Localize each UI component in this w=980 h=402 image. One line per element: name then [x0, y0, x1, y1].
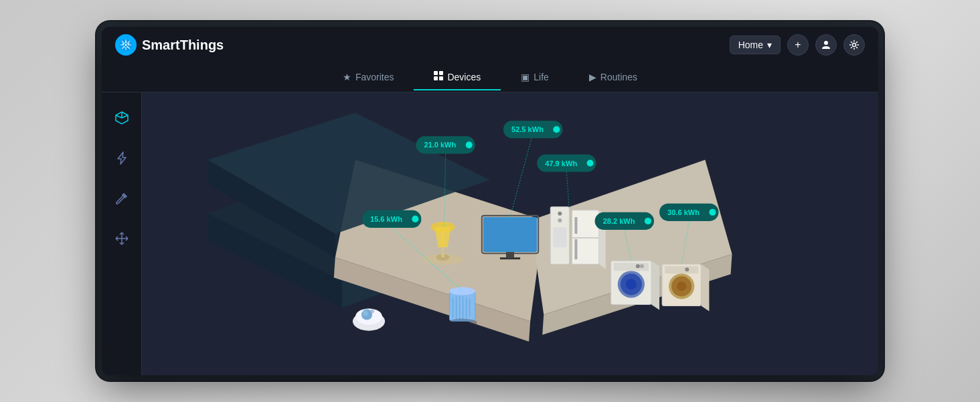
main-content: 21.0 kWh 52.5 kWh 47.9 kWh	[102, 92, 878, 375]
location-dropdown[interactable]: Home ▾	[730, 36, 781, 54]
svg-point-34	[558, 212, 562, 216]
svg-point-71	[677, 281, 686, 291]
tab-routines[interactable]: ▶ Routines	[569, 65, 657, 90]
bolt-icon	[114, 151, 129, 165]
sidebar-edit[interactable]	[110, 186, 134, 210]
svg-marker-66	[651, 261, 659, 310]
svg-point-85	[587, 159, 594, 166]
svg-rect-36	[553, 227, 566, 247]
svg-point-64	[636, 264, 640, 268]
person-icon	[821, 40, 831, 50]
svg-marker-74	[701, 264, 709, 311]
svg-point-7	[824, 41, 828, 45]
svg-point-57	[448, 319, 477, 327]
svg-text:47.9 kWh: 47.9 kWh	[545, 159, 577, 168]
logo-area: SmartThings	[115, 34, 730, 56]
svg-text:30.6 kWh: 30.6 kWh	[667, 208, 700, 216]
cube-icon	[114, 111, 129, 125]
svg-rect-40	[574, 217, 577, 234]
move-icon	[114, 231, 129, 246]
3d-scene-svg: 21.0 kWh 52.5 kWh 47.9 kWh	[142, 92, 878, 375]
svg-point-93	[645, 218, 651, 224]
svg-rect-9	[434, 71, 438, 75]
add-button[interactable]: +	[787, 34, 809, 56]
sidebar-energy[interactable]	[110, 146, 134, 170]
svg-text:52.5 kWh: 52.5 kWh	[511, 125, 544, 133]
sidebar-3d-view[interactable]	[110, 106, 134, 130]
tab-routines-label: Routines	[600, 72, 637, 82]
sidebar-move[interactable]	[110, 226, 134, 251]
scene-area: 21.0 kWh 52.5 kWh 47.9 kWh	[142, 92, 878, 375]
svg-text:21.0 kWh: 21.0 kWh	[424, 141, 456, 149]
svg-point-65	[640, 264, 644, 268]
header-controls: Home ▾ +	[730, 34, 865, 56]
svg-rect-28	[483, 217, 537, 252]
svg-point-47	[370, 310, 374, 314]
devices-icon	[434, 71, 443, 82]
svg-point-8	[853, 44, 856, 47]
svg-point-77	[466, 141, 473, 148]
svg-rect-12	[439, 76, 443, 80]
tv-frame: SmartThings Home ▾ +	[102, 27, 878, 375]
svg-text:28.2 kWh: 28.2 kWh	[603, 217, 635, 225]
tab-devices-label: Devices	[447, 72, 481, 82]
tab-devices[interactable]: Devices	[414, 64, 501, 90]
routines-icon: ▶	[589, 72, 596, 82]
app-title: SmartThings	[142, 38, 224, 53]
dropdown-arrow-icon: ▾	[767, 40, 772, 50]
tab-favorites[interactable]: ★ Favorites	[323, 65, 414, 90]
svg-point-6	[125, 44, 127, 46]
svg-point-73	[685, 267, 689, 271]
svg-point-97	[709, 209, 716, 216]
header: SmartThings Home ▾ +	[102, 27, 878, 63]
settings-button[interactable]	[843, 34, 865, 56]
location-label: Home	[738, 40, 763, 50]
left-sidebar	[102, 92, 142, 375]
tab-favorites-label: Favorites	[355, 72, 394, 82]
svg-point-62	[626, 279, 637, 289]
svg-rect-72	[665, 266, 698, 273]
add-icon: +	[795, 39, 801, 51]
svg-rect-10	[439, 71, 443, 75]
tab-life[interactable]: ▣ Life	[501, 65, 569, 90]
svg-rect-39	[572, 237, 598, 239]
svg-rect-30	[506, 252, 514, 257]
life-icon: ▣	[521, 72, 529, 82]
smartthings-logo-icon	[115, 34, 137, 56]
svg-rect-11	[434, 76, 438, 80]
svg-point-46	[363, 311, 368, 316]
favorites-icon: ★	[343, 72, 351, 82]
svg-point-81	[553, 126, 560, 133]
gear-icon	[849, 40, 860, 50]
svg-rect-41	[574, 239, 577, 259]
svg-rect-48	[450, 291, 475, 321]
svg-point-27	[422, 254, 463, 265]
svg-text:15.6 kWh: 15.6 kWh	[370, 215, 402, 223]
edit-icon	[114, 191, 129, 206]
svg-point-35	[558, 218, 562, 222]
profile-button[interactable]	[815, 34, 837, 56]
svg-point-89	[412, 216, 418, 222]
tab-life-label: Life	[534, 72, 549, 82]
nav-tabs: ★ Favorites Devices ▣ Life ▶ Routines	[102, 63, 878, 92]
svg-rect-31	[500, 257, 520, 259]
